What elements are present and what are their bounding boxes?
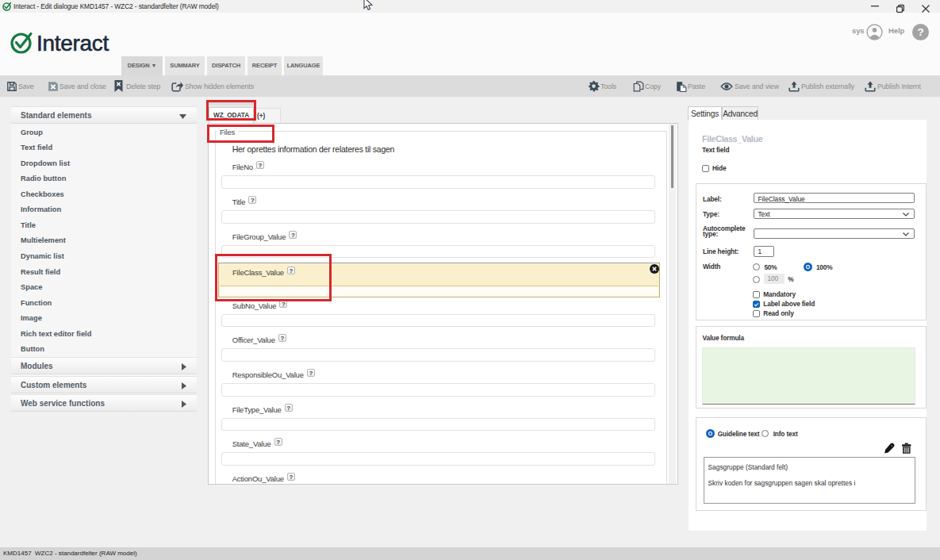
- svg-text:?: ?: [917, 26, 923, 38]
